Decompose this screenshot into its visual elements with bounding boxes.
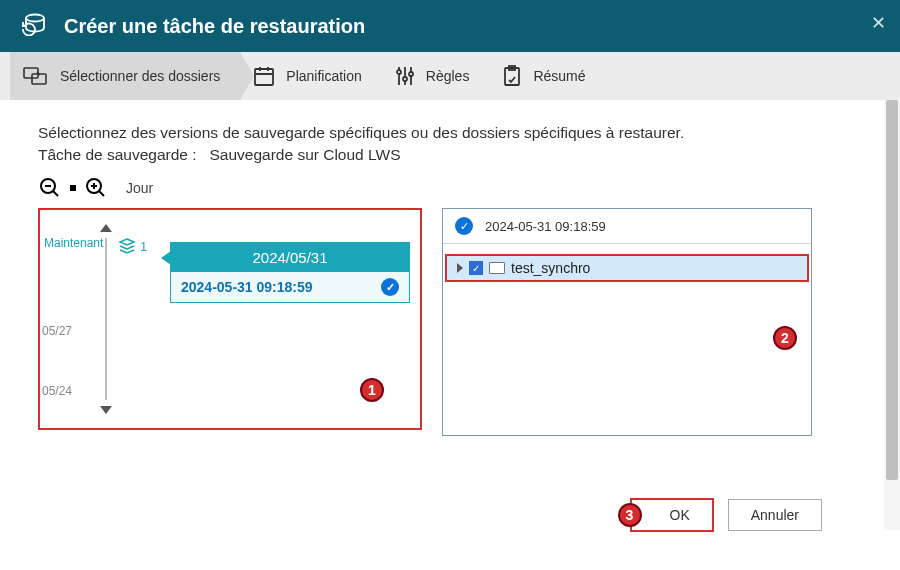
selected-version-header: ✓ 2024-05-31 09:18:59 — [443, 209, 811, 244]
zoom-separator — [70, 185, 76, 191]
restore-icon — [18, 12, 46, 40]
tree-row-folder[interactable]: ✓ test_synchro — [445, 254, 809, 282]
calendar-icon — [252, 64, 276, 88]
tree-checkbox[interactable]: ✓ — [469, 261, 483, 275]
svg-point-0 — [26, 15, 44, 22]
version-count-chip: 1 — [118, 238, 147, 254]
instruction-text: Sélectionnez des versions de sauvegarde … — [38, 124, 862, 142]
task-label: Tâche de sauvegarde : — [38, 146, 197, 163]
svg-rect-1 — [24, 68, 38, 78]
version-group-date: 2024/05/31 — [171, 243, 409, 272]
version-group: 2024/05/31 2024-05-31 09:18:59 ✓ — [170, 242, 410, 303]
svg-point-5 — [403, 77, 407, 81]
timeline-tick: 05/27 — [42, 324, 72, 338]
version-item-label: 2024-05-31 09:18:59 — [181, 279, 313, 295]
selected-version-text: 2024-05-31 09:18:59 — [485, 219, 606, 234]
svg-point-6 — [409, 72, 413, 76]
step-select-folders[interactable]: Sélectionner des dossiers — [10, 52, 240, 100]
dialog-footer: 3 OK Annuler — [630, 498, 823, 532]
tree-expand-icon[interactable] — [457, 263, 463, 273]
annotation-badge-1: 1 — [360, 378, 384, 402]
annotation-badge-2: 2 — [773, 326, 797, 350]
version-item[interactable]: 2024-05-31 09:18:59 ✓ — [171, 272, 409, 302]
zoom-out-icon[interactable] — [38, 176, 62, 200]
folder-icon — [489, 262, 505, 274]
task-line: Tâche de sauvegarde : Sauvegarde sur Clo… — [38, 146, 862, 164]
step-schedule[interactable]: Planification — [240, 52, 382, 100]
timeline-up-arrow[interactable] — [100, 224, 112, 232]
svg-rect-3 — [255, 69, 273, 85]
zoom-controls: Jour — [38, 176, 862, 200]
ok-button[interactable]: OK — [648, 500, 712, 530]
svg-rect-2 — [32, 74, 46, 84]
ok-button-highlight: 3 OK — [630, 498, 714, 532]
timeline-panel: Maintenant 1 05/27 05/24 2024/05/31 2024… — [38, 208, 422, 430]
cancel-button[interactable]: Annuler — [728, 499, 822, 531]
step-label: Règles — [426, 68, 470, 84]
timeline-now-label: Maintenant — [44, 236, 103, 250]
timeline-down-arrow[interactable] — [100, 406, 112, 414]
clipboard-icon — [501, 64, 523, 88]
check-icon: ✓ — [381, 278, 399, 296]
step-rules[interactable]: Règles — [382, 52, 490, 100]
zoom-in-icon[interactable] — [84, 176, 108, 200]
layers-icon — [118, 238, 136, 254]
step-summary[interactable]: Résumé — [489, 52, 605, 100]
version-count: 1 — [140, 239, 147, 254]
close-icon[interactable]: ✕ — [871, 12, 886, 34]
step-label: Planification — [286, 68, 362, 84]
task-name: Sauvegarde sur Cloud LWS — [209, 146, 400, 163]
zoom-unit: Jour — [126, 180, 153, 196]
folders-icon — [22, 64, 50, 88]
step-label: Sélectionner des dossiers — [60, 68, 220, 84]
tree-folder-label: test_synchro — [511, 260, 590, 276]
wizard-steps: Sélectionner des dossiers Planification … — [0, 52, 900, 100]
check-icon: ✓ — [455, 217, 473, 235]
dialog-title: Créer une tâche de restauration — [64, 15, 365, 38]
timeline-line — [105, 238, 107, 400]
scrollbar[interactable] — [884, 100, 900, 530]
folder-panel: ✓ 2024-05-31 09:18:59 ✓ test_synchro 2 — [442, 208, 812, 436]
timeline-axis: 05/27 05/24 — [100, 220, 112, 418]
timeline-tick: 05/24 — [42, 384, 72, 398]
dialog-header: Créer une tâche de restauration ✕ — [0, 0, 900, 52]
annotation-badge-3: 3 — [618, 503, 642, 527]
scrollbar-thumb[interactable] — [886, 100, 898, 480]
svg-point-4 — [397, 70, 401, 74]
step-label: Résumé — [533, 68, 585, 84]
main-panel: Sélectionnez des versions de sauvegarde … — [38, 100, 862, 550]
folder-tree: ✓ test_synchro 2 — [443, 244, 811, 424]
sliders-icon — [394, 64, 416, 88]
